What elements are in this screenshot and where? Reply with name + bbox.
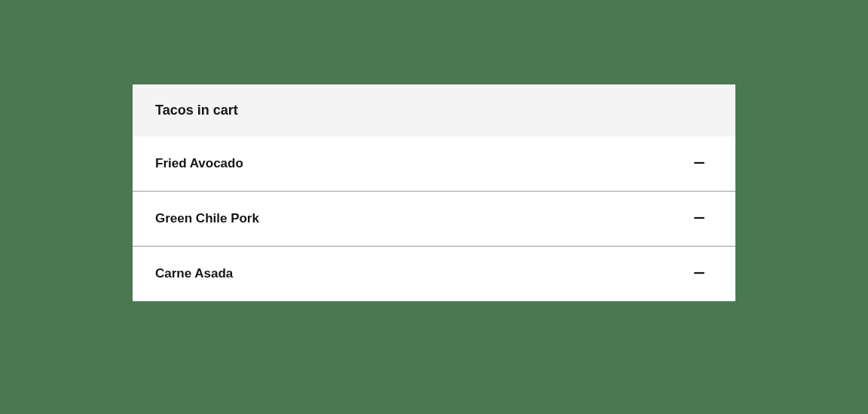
cart-item-label: Green Chile Pork (155, 211, 259, 226)
cart-item: Fried Avocado (133, 136, 735, 192)
svg-rect-1 (694, 216, 704, 218)
cart-panel: Tacos in cart Fried Avocado Green Chile … (133, 84, 735, 302)
remove-item-button[interactable] (686, 205, 713, 232)
svg-rect-0 (694, 161, 704, 163)
cart-title: Tacos in cart (133, 84, 735, 136)
cart-item: Carne Asada (133, 247, 735, 302)
remove-item-button[interactable] (686, 150, 713, 177)
cart-item-label: Carne Asada (155, 266, 233, 281)
minus-icon (692, 156, 706, 172)
minus-icon (692, 211, 706, 227)
cart-item: Green Chile Pork (133, 192, 735, 247)
svg-rect-2 (694, 271, 704, 273)
cart-body: Fried Avocado Green Chile Pork Carne Asa… (133, 136, 735, 302)
minus-icon (692, 266, 706, 282)
remove-item-button[interactable] (686, 260, 713, 287)
cart-item-label: Fried Avocado (155, 156, 243, 171)
